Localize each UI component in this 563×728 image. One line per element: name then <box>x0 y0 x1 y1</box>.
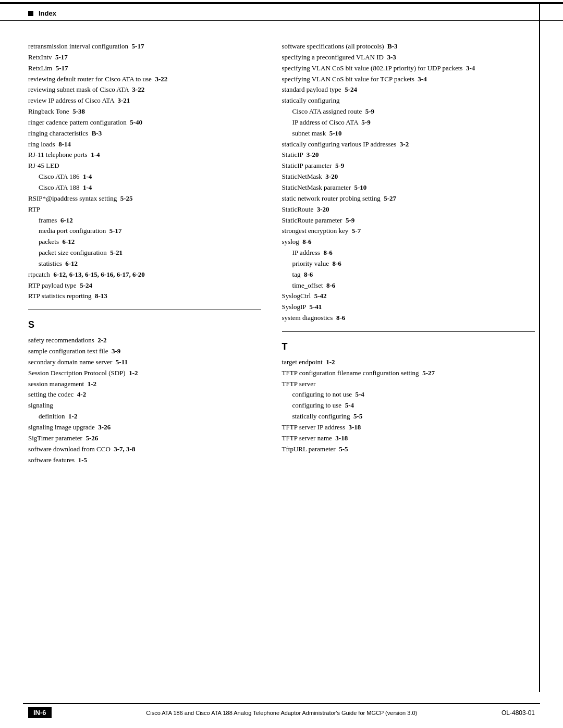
list-item: statistics 6-12 <box>28 259 261 269</box>
list-item: TFTP server IP address 3-18 <box>282 423 535 433</box>
list-item: strongest encryption key 5-7 <box>282 226 535 236</box>
list-item: statically configuring <box>282 96 535 106</box>
list-item: SyslogIP 5-41 <box>282 302 535 312</box>
section-t-divider <box>282 331 535 332</box>
footer-center-text: Cisco ATA 186 and Cisco ATA 188 Analog T… <box>62 710 501 716</box>
top-bar <box>0 2 563 4</box>
list-item: Cisco ATA assigned route 5-9 <box>282 107 535 117</box>
page: Index retransmission interval configurat… <box>0 2 563 728</box>
list-item: TFTP configuration filename configuratio… <box>282 368 535 378</box>
list-item: specifying a preconfigured VLAN ID 3-3 <box>282 53 535 63</box>
list-item: session management 1-2 <box>28 379 261 389</box>
list-item: syslog 8-6 <box>282 237 535 247</box>
section-s-header: S <box>28 319 261 330</box>
list-item: RTP payload type 5-24 <box>28 281 261 291</box>
footer-left: IN-6 <box>28 707 62 718</box>
list-item: TFTP server <box>282 379 535 389</box>
list-item: sample configuration text file 3-9 <box>28 347 261 356</box>
list-item: media port configuration 5-17 <box>28 226 261 236</box>
list-item: StaticRoute 3-20 <box>282 205 535 215</box>
list-item: secondary domain name server 5-11 <box>28 357 261 367</box>
list-item: specifying VLAN CoS bit value for TCP pa… <box>282 75 535 84</box>
list-item: Cisco ATA 186 1-4 <box>28 172 261 182</box>
list-item: StaticIP parameter 5-9 <box>282 161 535 171</box>
list-item: RSIP*@ipaddress syntax setting 5-25 <box>28 194 261 204</box>
list-item: SyslogCtrl 5-42 <box>282 291 535 301</box>
r-section-entries: retransmission interval configuration 5-… <box>28 42 261 301</box>
list-item: target endpoint 1-2 <box>282 357 535 367</box>
left-column: retransmission interval configuration 5-… <box>28 42 272 466</box>
section-t-header: T <box>282 341 535 352</box>
list-item: ringer cadence pattern configuration 5-4… <box>28 118 261 128</box>
list-item: SigTimer parameter 5-26 <box>28 434 261 443</box>
list-item: Session Description Protocol (SDP) 1-2 <box>28 368 261 378</box>
list-item: RTP <box>28 205 261 215</box>
list-item: Ringback Tone 5-38 <box>28 107 261 117</box>
footer: IN-6 Cisco ATA 186 and Cisco ATA 188 Ana… <box>0 703 563 728</box>
list-item: TFTP server name 3-18 <box>282 434 535 443</box>
list-item: StaticNetMask parameter 5-10 <box>282 183 535 193</box>
list-item: RJ-45 LED <box>28 161 261 171</box>
list-item: retransmission interval configuration 5-… <box>28 42 261 52</box>
list-item: RetxIntv 5-17 <box>28 53 261 63</box>
list-item: RetxLim 5-17 <box>28 64 261 73</box>
list-item: safety recommendations 2-2 <box>28 336 261 346</box>
header: Index <box>0 2 563 21</box>
list-item: signaling image upgrade 3-26 <box>28 423 261 433</box>
list-item: StaticRoute parameter 5-9 <box>282 216 535 226</box>
list-item: signaling <box>28 401 261 411</box>
list-item: StaticNetMask 3-20 <box>282 172 535 182</box>
list-item: RTP statistics reporting 8-13 <box>28 291 261 301</box>
list-item: tag 8-6 <box>282 270 535 280</box>
list-item: standard payload type 5-24 <box>282 85 535 95</box>
list-item: frames 6-12 <box>28 216 261 226</box>
section-s-divider <box>28 310 261 310</box>
list-item: packet size configuration 5-21 <box>28 248 261 258</box>
s-section-entries: safety recommendations 2-2 sample config… <box>28 336 261 465</box>
list-item: review IP address of Cisco ATA 3-21 <box>28 96 261 106</box>
footer-content: IN-6 Cisco ATA 186 and Cisco ATA 188 Ana… <box>0 704 563 721</box>
main-content: retransmission interval configuration 5-… <box>0 21 563 466</box>
list-item: TftpURL parameter 5-5 <box>282 445 535 454</box>
list-item: rtpcatch 6-12, 6-13, 6-15, 6-16, 6-17, 6… <box>28 270 261 280</box>
list-item: configuring to use 5-4 <box>282 401 535 411</box>
list-item: ringing characteristics B-3 <box>28 129 261 139</box>
list-item: reviewing default router for Cisco ATA t… <box>28 75 261 84</box>
right-border <box>539 4 540 692</box>
list-item: reviewing subnet mask of Cisco ATA 3-22 <box>28 85 261 95</box>
list-item: priority value 8-6 <box>282 259 535 269</box>
list-item: specifying VLAN CoS bit value (802.1P pr… <box>282 64 532 73</box>
list-item: RJ-11 telephone ports 1-4 <box>28 150 261 160</box>
list-item: software features 1-5 <box>28 455 261 465</box>
list-item: subnet mask 5-10 <box>282 129 535 139</box>
list-item: software specifications (all protocols) … <box>282 42 535 52</box>
list-item: StaticIP 3-20 <box>282 150 535 160</box>
list-item: time_offset 8-6 <box>282 281 535 291</box>
list-item: packets 6-12 <box>28 237 261 247</box>
right-column: software specifications (all protocols) … <box>272 42 535 466</box>
footer-right-text: OL-4803-01 <box>501 709 535 717</box>
list-item: system diagnostics 8-6 <box>282 313 535 323</box>
header-square-icon <box>28 11 33 16</box>
list-item: configuring to not use 5-4 <box>282 390 535 400</box>
t-section-entries: target endpoint 1-2 TFTP configuration f… <box>282 357 535 454</box>
s-right-entries: software specifications (all protocols) … <box>282 42 535 323</box>
list-item: IP address of Cisco ATA 5-9 <box>282 118 535 128</box>
list-item: IP address 8-6 <box>282 248 535 258</box>
list-item: statically configuring 5-5 <box>282 412 535 422</box>
list-item: Cisco ATA 188 1-4 <box>28 183 261 193</box>
list-item: statically configuring various IP addres… <box>282 140 535 150</box>
list-item: ring loads 8-14 <box>28 140 261 150</box>
list-item: static network router probing setting 5-… <box>282 194 535 204</box>
list-item: definition 1-2 <box>28 412 261 422</box>
list-item: setting the codec 4-2 <box>28 390 261 400</box>
footer-page-label: IN-6 <box>28 707 52 718</box>
header-title: Index <box>39 9 56 17</box>
list-item: software download from CCO 3-7, 3-8 <box>28 445 261 454</box>
